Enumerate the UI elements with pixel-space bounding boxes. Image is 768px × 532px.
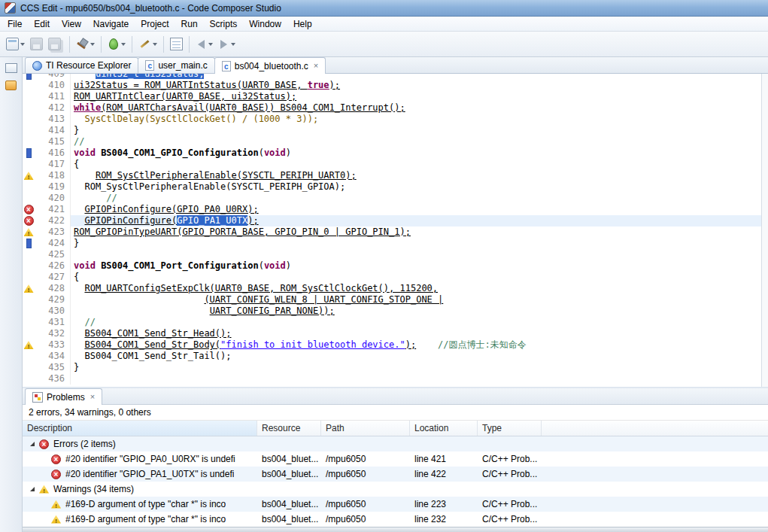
- gutter-marker[interactable]: [23, 125, 35, 136]
- pen-button[interactable]: [136, 35, 159, 54]
- gutter-marker[interactable]: [23, 204, 35, 215]
- code-text[interactable]: {: [71, 159, 761, 170]
- column-header-resource[interactable]: Resource: [257, 421, 321, 436]
- menu-scripts[interactable]: Scripts: [204, 17, 244, 31]
- gutter-marker[interactable]: [23, 159, 35, 170]
- expand-arrow-icon[interactable]: [30, 487, 35, 491]
- menu-edit[interactable]: Edit: [28, 17, 56, 31]
- forward-button[interactable]: [216, 35, 238, 54]
- tab-bs004-bluetooth-c[interactable]: bs004_bluetooth.c×: [214, 57, 326, 74]
- column-header-description[interactable]: Description: [23, 421, 257, 436]
- code-text[interactable]: ui32Status = ROM_UARTIntStatus(UART0_BAS…: [71, 80, 761, 91]
- gutter-marker[interactable]: [23, 306, 35, 317]
- code-text[interactable]: void BS004_COM1_Port_Configuration(void): [71, 260, 761, 272]
- code-text[interactable]: GPIOPinConfigure(GPIO_PA1_U0TX);: [71, 215, 761, 226]
- problem-row[interactable]: #20 identifier "GPIO_PA0_U0RX" is undefi…: [23, 451, 768, 467]
- code-segment: }: [74, 238, 79, 248]
- gutter-marker[interactable]: [23, 373, 35, 385]
- menu-view[interactable]: View: [56, 17, 87, 31]
- code-lines[interactable]: 409 uint32_t ui32Status;410ui32Status = …: [23, 74, 761, 387]
- code-text[interactable]: (UART_CONFIG_WLEN_8 | UART_CONFIG_STOP_O…: [71, 294, 761, 306]
- menu-project[interactable]: Project: [135, 17, 175, 31]
- code-text[interactable]: //: [71, 193, 761, 204]
- code-text[interactable]: ROM_UARTConfigSetExpClk(UART0_BASE, ROM_…: [71, 283, 761, 294]
- gutter-marker[interactable]: [23, 260, 35, 272]
- tab-label: user_main.c: [158, 60, 207, 71]
- code-text[interactable]: BS004_COM1_Send_Str_Head();: [71, 328, 761, 339]
- problem-row[interactable]: #169-D argument of type "char *" is inco…: [23, 512, 768, 527]
- tab-problems[interactable]: Problems ×: [25, 388, 102, 405]
- menu-window[interactable]: Window: [243, 17, 287, 31]
- tab-close-icon[interactable]: ×: [90, 393, 95, 401]
- column-header-location[interactable]: Location: [410, 421, 478, 436]
- code-text[interactable]: UART_CONFIG_PAR_NONE));: [71, 306, 761, 317]
- gutter-marker[interactable]: [23, 80, 35, 91]
- gutter-marker[interactable]: [23, 74, 35, 80]
- menu-navigate[interactable]: Navigate: [87, 17, 135, 31]
- menu-help[interactable]: Help: [287, 17, 318, 31]
- back-button[interactable]: [193, 35, 215, 54]
- code-text[interactable]: uint32_t ui32Status;: [71, 74, 761, 80]
- expand-arrow-icon[interactable]: [30, 442, 35, 446]
- code-text[interactable]: //: [71, 136, 761, 147]
- code-text[interactable]: ROM_SysCtlPeripheralEnable(SYSCTL_PERIPH…: [71, 170, 761, 181]
- code-text[interactable]: //: [71, 317, 761, 328]
- gutter-marker[interactable]: [23, 339, 35, 351]
- gutter-marker[interactable]: [23, 351, 35, 362]
- code-text[interactable]: }: [71, 362, 761, 373]
- code-text[interactable]: ROM_GPIOPinTypeUART(GPIO_PORTA_BASE, GPI…: [71, 226, 761, 238]
- code-text[interactable]: BS004_COM1_Send_Str_Tail();: [71, 351, 761, 362]
- line-number: 435: [35, 362, 71, 373]
- code-text[interactable]: SysCtlDelay(SysCtlClockGet() / (1000 * 3…: [71, 114, 761, 125]
- restore-view-icon[interactable]: [5, 63, 17, 73]
- gutter-marker[interactable]: [23, 147, 35, 159]
- save-all-button[interactable]: [46, 35, 65, 54]
- gutter-marker[interactable]: [23, 317, 35, 328]
- code-text[interactable]: while(ROM_UARTCharsAvail(UART0_BASE)) BS…: [71, 102, 761, 114]
- column-header-type[interactable]: Type: [478, 421, 542, 436]
- gutter-marker[interactable]: [23, 215, 35, 226]
- gutter-marker[interactable]: [23, 181, 35, 193]
- save-button[interactable]: [28, 35, 45, 54]
- gutter-marker[interactable]: [23, 294, 35, 306]
- gutter-marker[interactable]: [23, 283, 35, 294]
- gutter-marker[interactable]: [23, 362, 35, 373]
- new-button[interactable]: [4, 35, 27, 54]
- show-view-icon[interactable]: [5, 81, 17, 90]
- problem-row[interactable]: #20 identifier "GPIO_PA1_U0TX" is undefi…: [23, 467, 768, 482]
- gutter-marker[interactable]: [23, 91, 35, 102]
- overview-ruler[interactable]: [761, 74, 768, 387]
- gutter-marker[interactable]: [23, 136, 35, 147]
- tab-ti-resource-explorer[interactable]: TI Resource Explorer: [25, 57, 138, 73]
- gutter-marker[interactable]: [23, 102, 35, 114]
- menu-file[interactable]: File: [2, 17, 28, 31]
- code-text[interactable]: BS004_COM1_Send_Str_Body("finish to init…: [71, 339, 761, 351]
- code-text[interactable]: void BS004_COM1_GPIO_Configuration(void): [71, 147, 761, 159]
- code-text[interactable]: }: [71, 238, 761, 249]
- column-header-path[interactable]: Path: [321, 421, 410, 436]
- gutter-marker[interactable]: [23, 328, 35, 339]
- gutter-marker[interactable]: [23, 226, 35, 238]
- build-button[interactable]: [74, 35, 97, 54]
- gutter-marker[interactable]: [23, 114, 35, 125]
- gutter-marker[interactable]: [23, 193, 35, 204]
- code-text[interactable]: [71, 373, 761, 385]
- problem-group-row[interactable]: Warnings (34 items): [23, 482, 768, 497]
- menu-run[interactable]: Run: [175, 17, 204, 31]
- debug-button[interactable]: [105, 35, 128, 54]
- tab-close-icon[interactable]: ×: [314, 62, 318, 70]
- gutter-marker[interactable]: [23, 238, 35, 249]
- gutter-marker[interactable]: [23, 249, 35, 260]
- code-text[interactable]: {: [71, 272, 761, 283]
- problem-row[interactable]: #169-D argument of type "char *" is inco…: [23, 497, 768, 512]
- code-text[interactable]: ROM_UARTIntClear(UART0_BASE, ui32Status)…: [71, 91, 761, 102]
- code-text[interactable]: }: [71, 125, 761, 136]
- code-text[interactable]: [71, 249, 761, 260]
- gutter-marker[interactable]: [23, 170, 35, 181]
- grid-button[interactable]: [168, 35, 185, 54]
- tab-user-main-c[interactable]: user_main.c: [138, 57, 214, 73]
- gutter-marker[interactable]: [23, 272, 35, 283]
- code-text[interactable]: GPIOPinConfigure(GPIO_PA0_U0RX);: [71, 204, 761, 215]
- problem-group-row[interactable]: Errors (2 items): [23, 436, 768, 451]
- code-text[interactable]: ROM_SysCtlPeripheralEnable(SYSCTL_PERIPH…: [71, 181, 761, 193]
